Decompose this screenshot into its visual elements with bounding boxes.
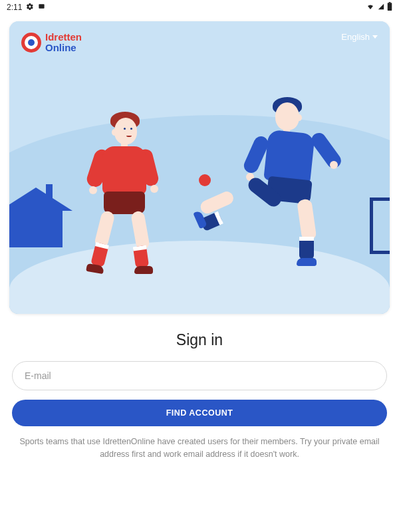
signin-hint: Sports teams that use IdrettenOnline hav… — [12, 436, 387, 461]
language-label: English — [341, 32, 370, 42]
player-blue-illustration — [230, 94, 363, 301]
svg-rect-1 — [388, 3, 392, 11]
brand-logo: Idretten Online — [21, 32, 82, 53]
status-bar: 2:11 — [0, 0, 399, 15]
find-account-button[interactable]: FIND ACCOUNT — [12, 400, 387, 426]
brand-logo-icon — [21, 33, 41, 53]
chevron-down-icon — [372, 35, 378, 39]
signin-section: Sign in FIND ACCOUNT Sports teams that u… — [0, 331, 399, 461]
card-icon — [38, 3, 45, 12]
hero-card: Idretten Online English — [9, 21, 390, 314]
ball-icon — [199, 174, 211, 186]
settings-gear-icon — [26, 3, 34, 13]
signal-icon — [378, 3, 384, 13]
status-time: 2:11 — [7, 3, 22, 12]
svg-rect-2 — [389, 2, 391, 3]
house-icon — [9, 188, 76, 247]
player-red-illustration — [69, 108, 176, 294]
wifi-icon — [366, 3, 375, 13]
email-field[interactable] — [12, 361, 387, 390]
battery-icon — [387, 2, 392, 13]
brand-line1: Idretten — [45, 32, 82, 43]
brand-line2: Online — [45, 43, 82, 53]
goal-icon — [370, 198, 390, 254]
language-selector[interactable]: English — [341, 32, 378, 42]
signin-heading: Sign in — [12, 331, 387, 349]
svg-rect-0 — [39, 4, 45, 8]
